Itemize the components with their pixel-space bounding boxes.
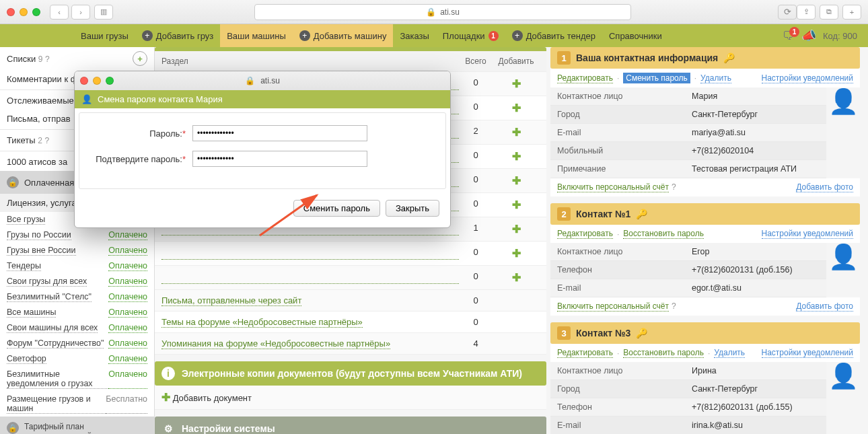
sidebar-service-item[interactable]: Форум "Сотрудничество"Оплачено	[0, 336, 154, 351]
sys-settings-header: ⚙ Настройки системы	[155, 417, 546, 434]
maximize-window-icon[interactable]	[32, 8, 40, 16]
service-link[interactable]: Размещение грузов и машин	[7, 394, 106, 414]
add-photo-link[interactable]: Добавить фото	[796, 301, 853, 312]
modal-close-icon[interactable]	[80, 77, 88, 85]
add-button[interactable]: ✚	[493, 223, 540, 236]
nav-add-tender[interactable]: +Добавить тендер	[505, 24, 602, 47]
nav-add-cargo[interactable]: +Добавить груз	[135, 24, 220, 47]
sidebar-service-item[interactable]: Размещение грузов и машинБесплатно	[0, 392, 154, 417]
sidebar-service-item[interactable]: Безлимитные уведомления о грузахОплачено	[0, 367, 154, 392]
service-link[interactable]: Тендеры	[7, 261, 41, 271]
add-list-button[interactable]: +	[133, 51, 147, 66]
add-button[interactable]: ✚	[493, 247, 540, 260]
nav-marketplaces[interactable]: Площадки1	[436, 24, 505, 47]
edit-link[interactable]: Редактировать	[557, 229, 613, 239]
sidebar-service-item[interactable]: СветофорОплачено	[0, 351, 154, 367]
service-status: Оплачено	[108, 338, 147, 349]
sidebar-tariff-sms[interactable]: 🔒Тарифный план sms-уведомлений	[0, 417, 154, 434]
plus-icon: ✚	[161, 392, 170, 403]
add-button[interactable]: ✚	[493, 126, 540, 139]
tabs-button[interactable]: ⧉	[820, 5, 838, 20]
contact-card-header: 2Контакт №1 🔑	[550, 203, 860, 225]
info-row: ГородСанкт-Петербург	[550, 106, 826, 124]
lock-icon: 🔒	[7, 176, 19, 188]
minimize-window-icon[interactable]	[20, 8, 28, 16]
nav-orders[interactable]: Заказы	[393, 24, 435, 47]
sidebar-toggle-icon[interactable]: ▥	[94, 5, 113, 20]
modal-maximize-icon[interactable]	[106, 77, 114, 85]
service-link[interactable]: Грузы вне России	[7, 246, 76, 256]
service-link[interactable]: Все грузы	[7, 215, 45, 225]
card-number-badge: 1	[557, 51, 571, 65]
section-link[interactable]: Темы на форуме «Недобросовестные партнёр…	[161, 317, 363, 328]
forward-button[interactable]: ›	[71, 5, 90, 20]
megaphone-icon[interactable]: 📣	[801, 28, 816, 43]
close-button[interactable]: Закрыть	[386, 200, 439, 217]
modal-minimize-icon[interactable]	[93, 77, 101, 85]
share-button[interactable]: ⇪	[797, 5, 816, 20]
notifications-link[interactable]: Настройки уведомлений	[762, 73, 853, 83]
sidebar-item-lists[interactable]: Списки 9 ? +	[0, 47, 154, 70]
notifications-link[interactable]: Настройки уведомлений	[762, 229, 853, 239]
sidebar-service-item[interactable]: Все машиныОплачено	[0, 305, 154, 320]
add-button[interactable]: ✚	[493, 174, 540, 187]
service-link[interactable]: Свои машины для всех	[7, 323, 98, 333]
sidebar-service-item[interactable]: Свои грузы для всехОплачено	[0, 274, 154, 289]
sidebar-service-item[interactable]: ТендерыОплачено	[0, 258, 154, 274]
service-link[interactable]: Свои грузы для всех	[7, 277, 87, 287]
section-link[interactable]	[161, 247, 459, 260]
nav-directories[interactable]: Справочники	[602, 24, 669, 47]
sidebar-service-item[interactable]: Грузы по РоссииОплачено	[0, 227, 154, 243]
add-button[interactable]: ✚	[493, 102, 540, 114]
service-link[interactable]: Все машины	[7, 308, 56, 318]
add-button[interactable]: ✚	[493, 77, 540, 90]
modal-url: ati.su	[260, 76, 280, 85]
plus-circle-icon: +	[299, 30, 310, 41]
service-link[interactable]: Безлимитный "Стелс"	[7, 292, 92, 302]
sidebar-service-item[interactable]: Грузы вне РоссииОплачено	[0, 243, 154, 258]
new-tab-button[interactable]: +	[842, 5, 861, 20]
messages-icon[interactable]: 🗨1	[783, 29, 795, 43]
add-button[interactable]: ✚	[493, 271, 540, 284]
restore-password-link[interactable]: Восстановить пароль	[623, 348, 704, 358]
delete-link[interactable]: Удалить	[700, 73, 731, 83]
card-title: Контакт №1	[576, 209, 630, 219]
back-button[interactable]: ‹	[50, 5, 69, 20]
avatar-icon: 👤	[828, 362, 859, 390]
section-link[interactable]	[161, 271, 459, 284]
add-photo-link[interactable]: Добавить фото	[796, 182, 853, 192]
info-row: Контактное лицоМария	[550, 87, 826, 106]
nav-your-cargo[interactable]: Ваши грузы	[74, 24, 135, 47]
confirm-password-input[interactable]	[192, 151, 367, 167]
password-input[interactable]	[192, 125, 367, 141]
nav-add-truck[interactable]: +Добавить машину	[293, 24, 394, 47]
service-link[interactable]: Грузы по России	[7, 230, 71, 240]
service-link[interactable]: Безлимитные уведомления о грузах	[7, 369, 108, 389]
section-link[interactable]: Письма, отправленные через сайт	[161, 295, 301, 306]
service-status: Оплачено	[108, 369, 147, 389]
section-link[interactable]: Упоминания на форуме «Недобросовестные п…	[161, 338, 390, 349]
add-document-button[interactable]: ✚ Добавить документ	[155, 386, 546, 410]
nav-your-trucks[interactable]: Ваши машины	[220, 24, 293, 47]
change-password-link[interactable]: Сменить пароль	[623, 73, 690, 83]
enable-personal-link[interactable]: Включить персональный счёт	[557, 182, 669, 192]
service-link[interactable]: Светофор	[7, 354, 46, 364]
close-window-icon[interactable]	[7, 8, 15, 16]
address-url: ati.su	[440, 7, 460, 17]
add-button[interactable]: ✚	[493, 198, 540, 211]
table-row: Темы на форуме «Недобросовестные партнёр…	[155, 312, 546, 333]
lock-icon: 🔒	[245, 76, 255, 85]
enable-personal-link[interactable]: Включить персональный счёт	[557, 301, 669, 312]
restore-password-link[interactable]: Восстановить пароль	[623, 229, 704, 239]
notifications-link[interactable]: Настройки уведомлений	[762, 348, 853, 358]
sidebar-service-item[interactable]: Безлимитный "Стелс"Оплачено	[0, 289, 154, 305]
edit-link[interactable]: Редактировать	[557, 73, 613, 83]
delete-link[interactable]: Удалить	[714, 348, 745, 358]
edit-link[interactable]: Редактировать	[557, 348, 613, 358]
add-button[interactable]: ✚	[493, 150, 540, 163]
service-link[interactable]: Форум "Сотрудничество"	[7, 338, 104, 349]
reload-button[interactable]: ⟳	[778, 5, 797, 20]
change-password-button[interactable]: Сменить пароль	[293, 200, 380, 217]
sidebar-service-item[interactable]: Свои машины для всехОплачено	[0, 320, 154, 336]
address-bar[interactable]: 🔒 ati.su	[254, 4, 631, 20]
